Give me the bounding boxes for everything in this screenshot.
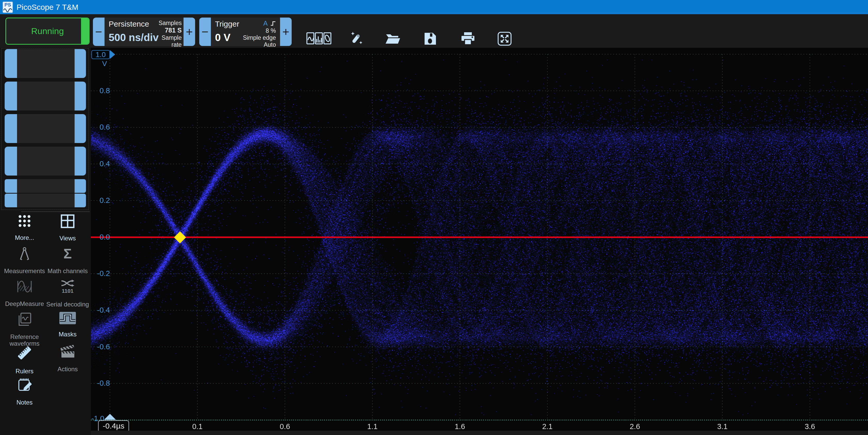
gen-label-row-decrease-button[interactable]	[5, 179, 17, 193]
trigger-panel[interactable]: Trigger 0 V A 8 % Simple edge Auto	[211, 18, 280, 46]
running-label: Running	[31, 26, 64, 36]
channel-c-card	[5, 114, 86, 143]
sidebar-item-actions[interactable]: Actions	[46, 345, 90, 373]
running-button[interactable]: Running	[5, 18, 90, 45]
trigger-control-group: − Trigger 0 V A 8 % Simple edge Auto	[199, 18, 292, 46]
channel-c-panel[interactable]	[17, 114, 74, 143]
sidebar-item-rulers[interactable]: Rulers	[3, 345, 46, 375]
picoscope-window: PS PicoScope 7 T&M Running − Persistence…	[0, 0, 868, 435]
sidebar-item-measurements[interactable]: Measurements	[3, 247, 46, 274]
persistence-waveform-canvas[interactable]	[91, 48, 868, 435]
trigger-hysteresis: 8 %	[266, 27, 276, 34]
channel-d-increase-button[interactable]	[74, 147, 86, 176]
trigger-level-line[interactable]	[91, 237, 868, 238]
instruments-icon	[306, 31, 332, 47]
trigger-mode: Simple edge	[243, 34, 276, 41]
persistence-control-group: − Persistence 500 ns/div Samples 781 S S…	[93, 18, 195, 46]
reference-waveforms-icon	[17, 312, 32, 328]
samples-value: 781 S	[165, 27, 182, 34]
channel-d-panel[interactable]	[17, 147, 74, 176]
app-logo-icon: PS	[3, 2, 13, 13]
sidebar-item-label: DeepMeasure	[5, 301, 44, 307]
rising-edge-icon	[270, 21, 276, 27]
sidebar-item-deepmeasure[interactable]: DeepMeasure	[3, 279, 46, 307]
gen-label-row-text[interactable]	[17, 179, 74, 193]
trigger-sweep: Auto	[264, 41, 276, 48]
svg-text:PS: PS	[4, 2, 11, 7]
trigger-title: Trigger	[215, 20, 239, 28]
gen-label-row-increase-button[interactable]	[74, 179, 86, 193]
y-axis-unit-label: V	[99, 60, 111, 68]
svg-text:1101: 1101	[62, 288, 73, 294]
channel-c-increase-button[interactable]	[74, 114, 86, 143]
sidebar-item-label: Notes	[17, 399, 33, 406]
fullscreen-icon	[497, 31, 512, 47]
channel-b-increase-button[interactable]	[74, 82, 86, 111]
channel-b-card	[5, 82, 86, 111]
measurements-caliper-icon	[17, 247, 32, 262]
sidebar-item-notes[interactable]: Notes	[3, 377, 46, 406]
channel-a-axis-arrow-icon	[110, 50, 115, 59]
y-axis-top-tag[interactable]: 1.0	[91, 50, 110, 59]
persistence-increase-button[interactable]: +	[184, 18, 195, 46]
channel-b-decrease-button[interactable]	[5, 82, 17, 111]
sidebar-item-more-[interactable]: More...	[3, 214, 46, 241]
x-axis-reference-arrow-icon[interactable]	[104, 414, 116, 420]
sidebar-item-math-channels[interactable]: Σ Math channels	[46, 247, 90, 274]
sidebar-item-label: Masks	[59, 331, 76, 338]
print-icon	[460, 31, 476, 47]
main-toolbar: Running − Persistence 500 ns/div Samples…	[0, 14, 868, 48]
trigger-level-value: 0 V	[215, 32, 239, 43]
math-sigma-icon: Σ	[61, 247, 74, 262]
auto-setup-wand-icon	[348, 31, 365, 47]
masks-icon	[59, 312, 76, 325]
sidebar-item-label: Measurements	[4, 268, 45, 274]
sidebar-item-label: Actions	[58, 366, 78, 373]
channel-a-card	[5, 49, 86, 78]
channel-c-decrease-button[interactable]	[5, 114, 17, 143]
persistence-title: Persistence	[108, 20, 158, 28]
more-grid-icon	[18, 214, 31, 229]
sidebar-item-label: More...	[15, 235, 34, 241]
sidebar: More... Views MeasurementsΣ Math channel…	[0, 48, 91, 435]
gen-value-row	[5, 194, 86, 207]
serial-decoding-icon: 1101	[60, 279, 75, 296]
trigger-source-channel: A	[263, 20, 268, 27]
gen-label-row	[5, 179, 86, 193]
open-folder-icon	[385, 31, 401, 47]
trigger-decrease-button[interactable]: −	[199, 18, 211, 46]
persistence-decrease-button[interactable]: −	[93, 18, 104, 46]
samples-label: Samples	[158, 20, 181, 27]
persistence-panel[interactable]: Persistence 500 ns/div Samples 781 S Sam…	[104, 18, 184, 46]
sample-rate-label: Sample rate	[158, 34, 181, 48]
deepmeasure-icon	[16, 279, 33, 295]
channel-d-decrease-button[interactable]	[5, 147, 17, 176]
sidebar-item-label: Views	[59, 235, 76, 242]
bottom-strip	[91, 431, 868, 435]
channel-a-panel[interactable]	[17, 49, 74, 78]
gen-value-row-decrease-button[interactable]	[5, 194, 17, 207]
sidebar-separator	[21, 211, 90, 212]
notes-icon	[17, 377, 32, 394]
trigger-increase-button[interactable]: +	[280, 18, 292, 46]
sidebar-item-views[interactable]: Views	[46, 214, 90, 242]
channel-a-increase-button[interactable]	[74, 49, 86, 78]
sidebar-item-reference-waveforms[interactable]: Reference waveforms	[3, 312, 46, 347]
channel-d-card	[5, 147, 86, 176]
sidebar-item-masks[interactable]: Masks	[46, 312, 90, 338]
gen-value-row-increase-button[interactable]	[74, 194, 86, 207]
timebase-value: 500 ns/div	[108, 32, 158, 43]
sidebar-item-serial-decoding[interactable]: 1101 Serial decoding	[46, 279, 90, 308]
waveform-view: 1.0 V -1.0 -0.4µs 0.80.60.40.20.0-0.2-0.…	[91, 48, 868, 435]
channel-b-panel[interactable]	[17, 82, 74, 111]
channel-a-decrease-button[interactable]	[5, 49, 17, 78]
actions-clapper-icon	[59, 345, 76, 360]
sidebar-item-label: Rulers	[16, 368, 33, 375]
gen-value-row-text[interactable]	[17, 194, 74, 207]
rulers-icon	[16, 345, 33, 362]
views-grid-icon	[61, 214, 74, 229]
running-indicator-strip	[81, 18, 89, 44]
window-title: PicoScope 7 T&M	[17, 3, 79, 11]
svg-text:Σ: Σ	[63, 247, 72, 261]
sidebar-item-label: Serial decoding	[46, 301, 89, 308]
